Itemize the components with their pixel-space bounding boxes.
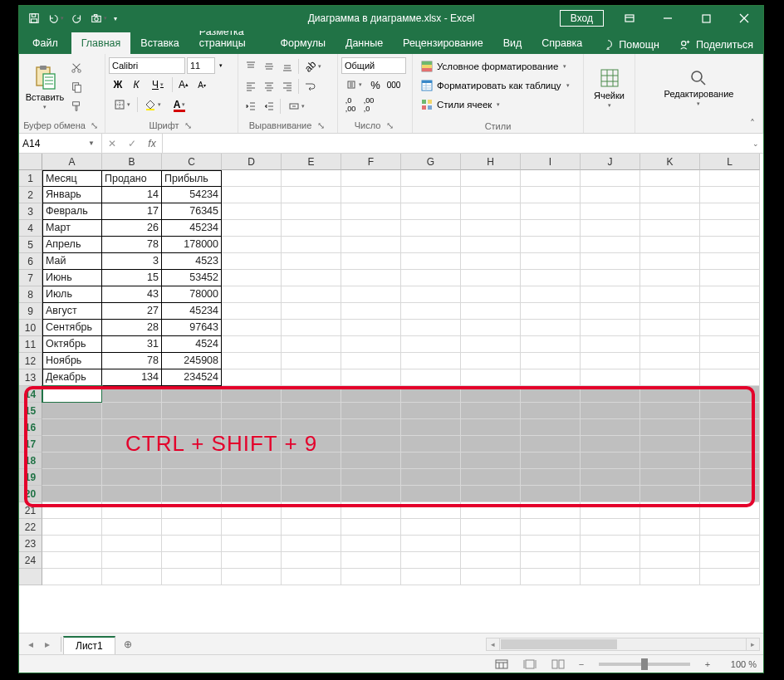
cell[interactable] (222, 419, 282, 436)
cell[interactable] (282, 386, 341, 403)
cell[interactable] (521, 336, 581, 353)
cell[interactable] (102, 419, 162, 436)
cell[interactable] (461, 403, 521, 419)
cell[interactable] (640, 203, 700, 220)
cell[interactable] (341, 369, 401, 386)
horizontal-scrollbar[interactable]: ◂ ▸ (486, 638, 760, 651)
cell[interactable] (401, 552, 461, 569)
zoom-handle[interactable] (641, 658, 648, 670)
cell[interactable] (222, 237, 282, 253)
merge-icon[interactable] (282, 97, 311, 115)
cell[interactable] (222, 502, 282, 519)
cell[interactable] (282, 519, 341, 536)
cell[interactable] (341, 170, 401, 187)
row-header[interactable]: 17 (19, 436, 42, 453)
cell[interactable] (102, 386, 162, 403)
cell[interactable]: 54234 (162, 187, 222, 203)
format-table-button[interactable]: Форматировать как таблицу (416, 76, 580, 95)
row-header[interactable]: 8 (19, 286, 42, 303)
cell[interactable] (282, 353, 341, 369)
cell[interactable] (102, 469, 162, 486)
cell[interactable] (341, 403, 401, 419)
minimize-icon[interactable] (649, 6, 687, 31)
cell[interactable] (222, 170, 282, 187)
row-header[interactable]: 14 (19, 386, 42, 403)
cell[interactable] (640, 436, 700, 453)
cell[interactable] (461, 502, 521, 519)
cell[interactable] (521, 237, 581, 253)
cell[interactable] (282, 552, 341, 569)
cell[interactable]: 134 (102, 369, 162, 386)
name-box[interactable] (19, 138, 84, 149)
cell[interactable] (461, 320, 521, 336)
col-header[interactable]: K (640, 154, 700, 170)
row-header[interactable]: 3 (19, 203, 42, 220)
cell[interactable] (521, 320, 581, 336)
cell[interactable] (461, 519, 521, 536)
cell[interactable]: 14 (102, 187, 162, 203)
cell[interactable] (222, 436, 282, 453)
grow-font-icon[interactable]: A▴ (174, 76, 193, 94)
cell[interactable] (222, 220, 282, 237)
row-header[interactable]: 22 (19, 519, 42, 536)
row-header[interactable]: 13 (19, 369, 42, 386)
save-icon[interactable] (24, 8, 44, 28)
cell[interactable]: 234524 (162, 369, 222, 386)
tab-data[interactable]: Данные (336, 32, 393, 54)
cell[interactable] (700, 203, 760, 220)
qat-customize-icon[interactable]: ▾ (110, 8, 120, 28)
cell[interactable] (461, 486, 521, 502)
cell[interactable] (102, 453, 162, 469)
cell[interactable] (102, 552, 162, 569)
cell[interactable] (581, 536, 640, 552)
cell[interactable] (282, 303, 341, 320)
cell[interactable] (461, 203, 521, 220)
cell[interactable]: Май (42, 253, 102, 270)
cell[interactable] (102, 486, 162, 502)
cell[interactable] (341, 569, 401, 585)
cell[interactable] (282, 320, 341, 336)
cell[interactable] (341, 187, 401, 203)
cell[interactable] (581, 220, 640, 237)
cell[interactable] (341, 486, 401, 502)
cell[interactable] (581, 170, 640, 187)
normal-view-icon[interactable] (491, 657, 512, 672)
percent-icon[interactable]: % (366, 76, 385, 94)
cell[interactable] (282, 253, 341, 270)
cell[interactable] (461, 170, 521, 187)
cell[interactable] (461, 336, 521, 353)
cell[interactable] (42, 552, 102, 569)
cell[interactable]: 31 (102, 336, 162, 353)
cell[interactable] (401, 320, 461, 336)
col-header[interactable]: I (521, 154, 581, 170)
cell[interactable] (700, 220, 760, 237)
cell[interactable] (162, 386, 222, 403)
cell[interactable] (581, 303, 640, 320)
cell[interactable] (401, 486, 461, 502)
orientation-icon[interactable]: ab (301, 57, 326, 76)
cell[interactable] (700, 502, 760, 519)
cell[interactable] (521, 253, 581, 270)
cell[interactable]: 76345 (162, 203, 222, 220)
new-sheet-icon[interactable]: ⊕ (119, 635, 137, 653)
cell[interactable] (581, 187, 640, 203)
cell[interactable] (341, 502, 401, 519)
cell[interactable] (222, 552, 282, 569)
cell[interactable]: 3 (102, 253, 162, 270)
cell[interactable] (282, 569, 341, 585)
cell[interactable] (700, 170, 760, 187)
cell[interactable] (341, 336, 401, 353)
cell[interactable] (222, 303, 282, 320)
row-header[interactable]: 18 (19, 453, 42, 469)
cell[interactable] (640, 386, 700, 403)
col-header[interactable]: B (102, 154, 162, 170)
col-header[interactable]: C (162, 154, 222, 170)
cell[interactable]: Ноябрь (42, 353, 102, 369)
cell[interactable] (700, 336, 760, 353)
cell[interactable]: Июль (42, 286, 102, 303)
cell[interactable] (222, 253, 282, 270)
cell[interactable] (461, 469, 521, 486)
sheet-nav-prev-icon[interactable]: ◂ (22, 636, 39, 653)
cell[interactable] (401, 220, 461, 237)
cell[interactable]: 4524 (162, 336, 222, 353)
